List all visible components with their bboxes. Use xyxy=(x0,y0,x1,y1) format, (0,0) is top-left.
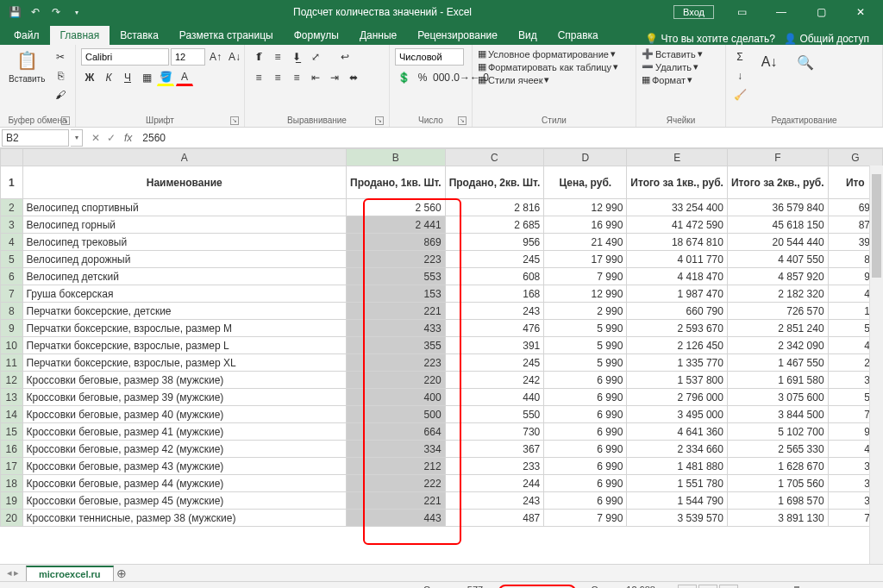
sheet-tab[interactable]: microexcel.ru xyxy=(26,566,114,581)
cell[interactable]: 2 685 xyxy=(445,216,544,234)
cell[interactable]: 1 691 580 xyxy=(727,372,828,389)
cell[interactable]: 730 xyxy=(445,423,544,441)
row-header-9[interactable]: 9 xyxy=(1,320,23,337)
cell[interactable]: 956 xyxy=(445,234,544,251)
cell[interactable]: 18 674 810 xyxy=(627,234,728,251)
font-color-icon[interactable]: A xyxy=(176,69,193,86)
row-header-17[interactable]: 17 xyxy=(1,458,23,475)
tab-file[interactable]: Файл xyxy=(3,26,50,45)
maximize-icon[interactable]: ▢ xyxy=(802,0,840,24)
cell[interactable]: 7 990 xyxy=(544,510,627,527)
cell[interactable]: 608 xyxy=(445,268,544,285)
table-header-cell[interactable]: Продано, 1кв. Шт. xyxy=(347,166,446,199)
cond-format-button[interactable]: ▦ Условное форматирование ▾ xyxy=(478,48,616,59)
bold-icon[interactable]: Ж xyxy=(81,69,98,86)
tab-home[interactable]: Главная xyxy=(50,26,110,45)
borders-icon[interactable]: ▦ xyxy=(138,69,155,86)
cell[interactable]: 1 987 470 xyxy=(627,285,728,303)
align-right-icon[interactable]: ≡ xyxy=(288,69,305,86)
cell[interactable]: Кроссовки беговые, размер 40 (мужские) xyxy=(22,406,347,423)
align-left-icon[interactable]: ≡ xyxy=(250,69,267,86)
align-middle-icon[interactable]: ≡ xyxy=(269,48,286,66)
cell[interactable]: 726 570 xyxy=(727,303,828,320)
cell[interactable]: 2 342 090 xyxy=(727,337,828,354)
inc-decimal-icon[interactable]: .0→ xyxy=(452,69,469,86)
minimize-icon[interactable]: ― xyxy=(762,0,800,24)
col-header-F[interactable]: F xyxy=(727,149,828,166)
cell[interactable]: Перчатки боксерские, взрослые, размер M xyxy=(22,320,347,337)
cell[interactable]: 550 xyxy=(445,406,544,423)
row-header-10[interactable]: 10 xyxy=(1,337,23,354)
cell[interactable]: 2 816 xyxy=(445,199,544,216)
underline-icon[interactable]: Ч xyxy=(119,69,136,86)
number-format-select[interactable] xyxy=(395,48,464,66)
qat-dropdown-icon[interactable]: ▾ xyxy=(69,4,85,20)
align-dialog-icon[interactable]: ↘ xyxy=(375,116,384,125)
cell[interactable]: Кроссовки беговые, размер 39 (мужские) xyxy=(22,389,347,406)
cell[interactable]: 153 xyxy=(347,285,446,303)
name-box[interactable]: B2 xyxy=(2,129,69,147)
cell[interactable]: 1 335 770 xyxy=(627,354,728,372)
row-header-20[interactable]: 20 xyxy=(1,510,23,527)
ribbon-display-icon[interactable]: ▭ xyxy=(723,0,761,24)
find-select-button[interactable]: 🔍 xyxy=(790,48,821,76)
cell[interactable]: 2 441 xyxy=(347,216,446,234)
cancel-formula-icon[interactable]: ✕ xyxy=(90,132,102,144)
cell[interactable]: 4 641 360 xyxy=(627,423,728,441)
row-header-12[interactable]: 12 xyxy=(1,372,23,389)
cell[interactable]: 1 537 800 xyxy=(627,372,728,389)
cell[interactable]: Кроссовки беговые, размер 41 (мужские) xyxy=(22,423,347,441)
cell[interactable]: 6 990 xyxy=(544,389,627,406)
cell[interactable]: 1 551 780 xyxy=(627,475,728,492)
cell[interactable]: 6 990 xyxy=(544,475,627,492)
orientation-icon[interactable]: ⤢ xyxy=(307,48,324,66)
decrease-font-icon[interactable]: A↓ xyxy=(226,48,243,66)
login-button[interactable]: Вход xyxy=(673,5,714,19)
cell[interactable]: 5 990 xyxy=(544,337,627,354)
redo-icon[interactable]: ↷ xyxy=(48,4,64,20)
table-header-cell[interactable]: Продано, 2кв. Шт. xyxy=(445,166,544,199)
tab-view[interactable]: Вид xyxy=(508,26,548,45)
cell[interactable]: 476 xyxy=(445,320,544,337)
cell[interactable]: 4 407 550 xyxy=(727,251,828,268)
cell[interactable]: 553 xyxy=(347,268,446,285)
row-header-13[interactable]: 13 xyxy=(1,389,23,406)
clipboard-dialog-icon[interactable]: ↘ xyxy=(61,116,70,125)
cell[interactable]: 6 990 xyxy=(544,406,627,423)
cell[interactable]: 664 xyxy=(347,423,446,441)
row-header-11[interactable]: 11 xyxy=(1,354,23,372)
cell[interactable]: Перчатки боксерские, взрослые, размер XL xyxy=(22,354,347,372)
cell[interactable]: 1 481 880 xyxy=(627,458,728,475)
row-header-7[interactable]: 7 xyxy=(1,285,23,303)
cell[interactable]: 2 796 000 xyxy=(627,389,728,406)
cell[interactable]: 168 xyxy=(445,285,544,303)
cell[interactable]: 41 472 590 xyxy=(627,216,728,234)
percent-icon[interactable]: % xyxy=(414,69,431,86)
spreadsheet-grid[interactable]: ABCDEFG1НаименованиеПродано, 1кв. Шт.Про… xyxy=(0,148,883,564)
share-button[interactable]: 👤 Общий доступ xyxy=(784,33,869,45)
cell[interactable]: 2 990 xyxy=(544,303,627,320)
cell[interactable]: 4 857 920 xyxy=(727,268,828,285)
cell[interactable]: 223 xyxy=(347,354,446,372)
cell[interactable]: 21 490 xyxy=(544,234,627,251)
cell[interactable]: Велосипед дорожный xyxy=(22,251,347,268)
name-box-dropdown-icon[interactable]: ▾ xyxy=(71,129,83,147)
col-header-G[interactable]: G xyxy=(828,149,882,166)
cell[interactable]: 6 990 xyxy=(544,492,627,510)
table-header-cell[interactable]: Наименование xyxy=(22,166,347,199)
cell[interactable]: 16 990 xyxy=(544,216,627,234)
cell[interactable]: 487 xyxy=(445,510,544,527)
cell[interactable]: 4 418 470 xyxy=(627,268,728,285)
table-header-cell[interactable]: Итого за 1кв., руб. xyxy=(627,166,728,199)
cell-styles-button[interactable]: ▦ Стили ячеек ▾ xyxy=(478,74,549,85)
cell[interactable]: 500 xyxy=(347,406,446,423)
col-header-D[interactable]: D xyxy=(544,149,627,166)
cell[interactable]: Кроссовки беговые, размер 43 (мужские) xyxy=(22,458,347,475)
col-header-A[interactable]: A xyxy=(22,149,347,166)
cell[interactable]: 2 334 660 xyxy=(627,441,728,458)
sheet-nav-prev-icon[interactable]: ◂ xyxy=(7,567,12,579)
view-layout-icon[interactable]: ▤ xyxy=(698,585,717,589)
cell[interactable]: 3 844 500 xyxy=(727,406,828,423)
cell[interactable]: 5 102 700 xyxy=(727,423,828,441)
view-normal-icon[interactable]: ▦ xyxy=(678,585,697,589)
